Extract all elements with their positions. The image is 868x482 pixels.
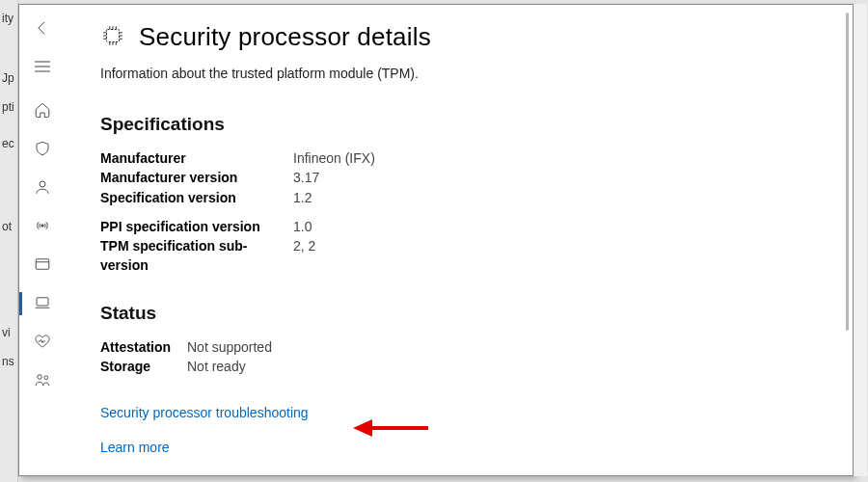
status-heading: Status	[100, 303, 814, 324]
status-table: AttestationNot supported StorageNot read…	[100, 337, 814, 377]
nav-device-security[interactable]	[19, 284, 66, 323]
home-icon	[34, 101, 51, 121]
nav-account[interactable]	[19, 169, 66, 207]
main-content: Security processor details Information a…	[66, 5, 853, 475]
person-icon	[34, 178, 51, 199]
window-icon	[34, 255, 51, 276]
status-row: StorageNot ready	[100, 357, 814, 376]
spec-row: PPI specification version1.0	[100, 217, 814, 236]
outer-scrollbar[interactable]	[854, 4, 867, 476]
content-scrollbar[interactable]	[846, 13, 849, 331]
svg-rect-2	[36, 258, 49, 269]
spec-row: ManufacturerInfineon (IFX)	[100, 148, 814, 168]
nav-family[interactable]	[19, 362, 66, 400]
spec-row: Manufacturer version3.17	[100, 168, 814, 187]
nav-virus[interactable]	[19, 130, 66, 169]
broadcast-icon	[34, 217, 51, 237]
nav-sidebar	[19, 5, 66, 475]
family-icon	[34, 371, 51, 391]
chip-icon	[100, 23, 125, 51]
status-row: AttestationNot supported	[100, 337, 814, 357]
specifications-table: ManufacturerInfineon (IFX) Manufacturer …	[100, 148, 814, 276]
svg-rect-3	[37, 297, 48, 305]
nav-app-browser[interactable]	[19, 246, 66, 284]
laptop-icon	[34, 294, 51, 314]
shield-icon	[34, 140, 51, 160]
heart-pulse-icon	[34, 333, 51, 353]
nav-home[interactable]	[19, 92, 66, 130]
nav-firewall[interactable]	[19, 207, 66, 246]
spec-row: TPM specification sub-version2, 2	[100, 236, 814, 276]
page-title: Security processor details	[139, 22, 431, 52]
settings-window: Security processor details Information a…	[18, 4, 854, 476]
page-subtitle: Information about the trusted platform m…	[100, 66, 814, 81]
svg-rect-6	[107, 30, 120, 42]
svg-point-0	[40, 181, 45, 187]
svg-point-4	[38, 374, 42, 379]
troubleshooting-link[interactable]: Security processor troubleshooting	[100, 405, 814, 420]
learn-more-link[interactable]: Learn more	[100, 440, 814, 455]
svg-point-1	[41, 224, 43, 226]
specifications-heading: Specifications	[100, 114, 814, 135]
svg-point-5	[44, 375, 48, 379]
hamburger-menu-button[interactable]	[19, 47, 66, 86]
spec-row: Specification version1.2	[100, 188, 814, 207]
nav-performance[interactable]	[19, 323, 66, 362]
back-button[interactable]	[19, 9, 66, 47]
background-window-strip: ity Jp pti ec ot vi ns	[0, 0, 18, 482]
